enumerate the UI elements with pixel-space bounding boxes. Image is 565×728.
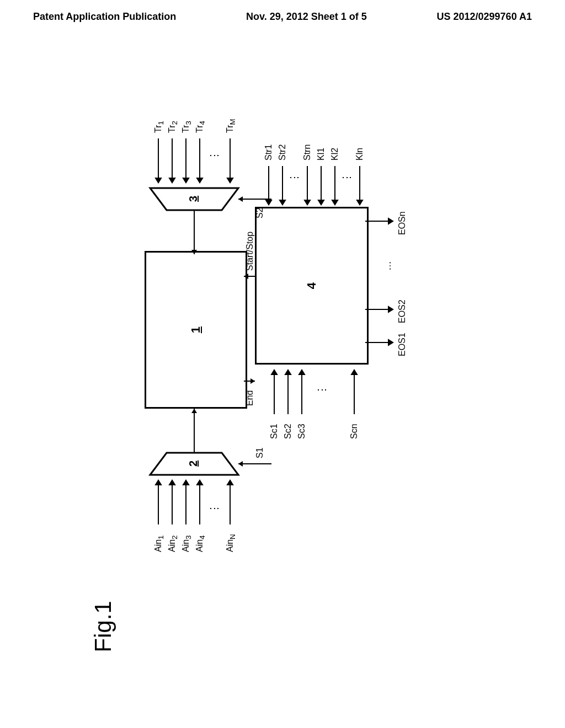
tr4-label: Tr4 [195,121,206,133]
svg-marker-31 [244,274,248,279]
end-label: End [245,390,255,406]
ain2-label: Ain2 [167,535,179,552]
ain-dots: ⋮ [208,502,220,513]
kl-dots: ⋮ [340,172,353,183]
svg-marker-29 [238,196,243,202]
tr-arrows [150,136,238,188]
block-2-label: 2 [187,461,199,467]
startstop-label: Start/Stop [245,232,255,271]
sc2-label: Sc2 [283,424,293,439]
mux-3: 3 [150,188,238,249]
ain3-label: Ain3 [181,535,193,552]
eos2-label: EOS2 [397,299,407,323]
sc1-label: Sc1 [269,424,279,439]
str-dots: ⋮ [288,172,300,183]
block-1: 1 [145,251,247,409]
svg-marker-33 [250,378,255,384]
block-3-label: 3 [187,196,199,202]
svg-marker-59 [388,218,393,224]
ain4-label: Ain4 [195,535,206,552]
svg-marker-25 [227,178,233,183]
svg-marker-23 [197,178,202,183]
svg-marker-45 [357,200,363,205]
tr3-label: Tr3 [181,121,193,133]
svg-marker-27 [238,461,243,467]
svg-marker-39 [305,200,310,205]
svg-marker-11 [183,480,189,485]
svg-marker-43 [332,200,338,205]
svg-marker-13 [197,480,202,485]
svg-marker-17 [156,178,161,183]
strn-label: Strn [302,144,312,160]
svg-marker-15 [227,480,233,485]
block-4-label: 4 [305,282,319,289]
ain1-label: Ain1 [153,535,165,552]
mux-2: 2 [150,414,238,475]
diagram: 1 4 2 3 Ain1 Ain2 Ain3 Ain4 ⋮ AinN [34,160,531,491]
figure-label: Fig.1 [90,601,116,652]
kln-label: Kln [355,148,365,160]
sc-dots: ⋮ [316,384,328,395]
s1-arrow [233,458,277,469]
header-right: US 2012/0299760 A1 [437,11,532,23]
svg-marker-7 [156,480,161,485]
block-4: 4 [255,207,369,365]
ainn-label: AinN [225,534,237,552]
str2-label: Str2 [278,144,287,160]
svg-marker-55 [388,340,393,345]
eos-dots: … [382,260,393,271]
tr2-label: Tr2 [167,121,179,133]
svg-marker-21 [183,178,189,183]
svg-marker-2 [191,409,197,413]
svg-marker-47 [271,370,277,374]
header-center: Nov. 29, 2012 Sheet 1 of 5 [246,11,367,23]
kl1-label: Kl1 [316,148,326,160]
end-arrow [244,376,260,387]
svg-marker-57 [388,307,393,312]
s1-label: S1 [255,447,265,458]
svg-marker-35 [266,200,271,205]
eos1-label: EOS1 [397,333,407,356]
svg-marker-53 [351,370,357,374]
block-1-label: 1 [189,326,203,333]
eosn-label: EOSn [397,211,407,235]
scn-label: Scn [349,424,359,439]
trm-label: TrM [225,119,237,133]
tr1-label: Tr1 [153,121,165,133]
tr-dots: ⋮ [208,149,220,160]
svg-marker-19 [169,178,175,183]
startstop-arrow [244,271,260,282]
svg-marker-9 [169,480,175,485]
str-kl-arrows [260,158,365,210]
kl2-label: Kl2 [330,148,340,160]
header-left: Patent Application Publication [33,11,176,23]
ain-arrows [150,472,238,524]
str1-label: Str1 [264,144,274,160]
svg-marker-49 [285,370,291,374]
svg-marker-37 [280,200,285,205]
sc3-label: Sc3 [297,424,307,439]
svg-marker-51 [299,370,305,374]
svg-marker-41 [318,200,324,205]
